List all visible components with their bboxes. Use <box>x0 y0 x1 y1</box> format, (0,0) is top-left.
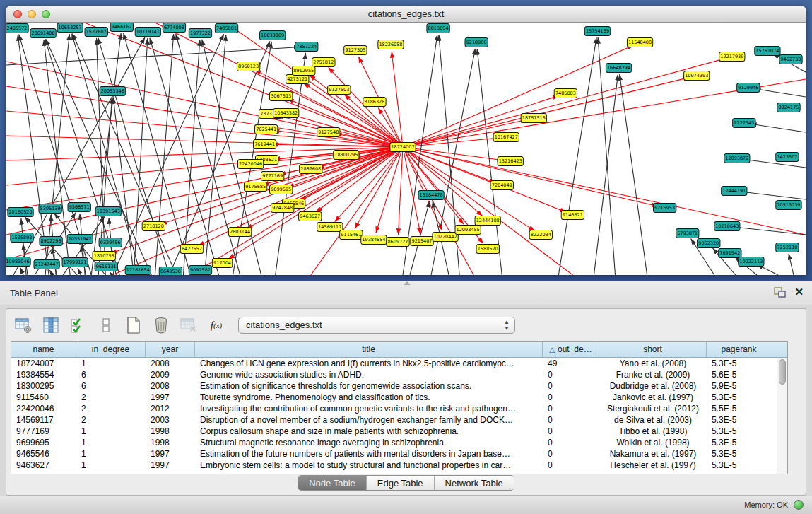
graph-node[interactable]: 7691542 <box>719 249 741 258</box>
graph-node[interactable]: 20160520 <box>8 208 33 217</box>
close-panel-icon[interactable]: ✕ <box>794 286 804 298</box>
table-select-dropdown[interactable]: citations_edges.txt ▲▼ <box>238 317 515 334</box>
graph-node[interactable]: 8902296 <box>40 237 62 246</box>
citation-edge-black[interactable] <box>558 37 596 275</box>
graph-node[interactable]: 12444191 <box>722 187 747 196</box>
float-panel-icon[interactable] <box>774 287 787 298</box>
graph-node[interactable]: 9619131 <box>95 262 117 271</box>
graph-node[interactable]: 10167427 <box>493 133 519 142</box>
graph-node[interactable]: 10983046 <box>6 257 30 267</box>
graph-node[interactable]: 9218986 <box>465 38 488 47</box>
citation-edge-black[interactable] <box>49 270 52 275</box>
graph-node[interactable]: 9215407 <box>411 237 433 246</box>
graph-node[interactable]: 7625441 <box>254 125 277 134</box>
graph-node[interactable]: 10391543 <box>95 207 121 216</box>
citation-edge-black[interactable] <box>594 74 618 275</box>
graph-node[interactable]: 18300295 <box>334 151 359 160</box>
graph-node[interactable]: 8813054 <box>427 24 449 33</box>
column-header-in_degree[interactable]: in_degree <box>76 342 146 357</box>
citation-edge-black[interactable] <box>124 33 191 275</box>
graph-node[interactable]: 1423502 <box>776 153 799 162</box>
table-panel-header[interactable]: Table Panel ✕ <box>0 281 812 305</box>
table-row[interactable]: 1938455462009Genome-wide association stu… <box>11 369 787 380</box>
graph-node[interactable]: 7252110 <box>776 243 799 252</box>
graph-node[interactable]: 10653257 <box>57 23 83 33</box>
graph-node[interactable]: 9366571 <box>68 203 90 212</box>
graph-node[interactable]: 6793871 <box>676 229 699 238</box>
citation-edge-black[interactable] <box>734 227 806 235</box>
tab-edge-table[interactable]: Edge Table <box>367 476 435 490</box>
graph-node[interactable]: 10220442 <box>433 233 458 242</box>
graph-node[interactable]: 9466162 <box>110 23 133 32</box>
graph-node[interactable]: 12093455 <box>455 226 481 235</box>
graph-node[interactable]: 18226058 <box>378 40 404 49</box>
graph-node[interactable]: 16033809 <box>260 31 286 40</box>
graph-node[interactable]: 15754189 <box>584 27 610 36</box>
graph-node[interactable]: 1810755 <box>93 252 115 261</box>
citation-edge-black[interactable] <box>751 124 806 132</box>
citation-edge-red[interactable] <box>403 77 690 147</box>
graph-node[interactable]: 20691406 <box>30 29 56 38</box>
scrollbar-thumb[interactable] <box>779 359 786 385</box>
table-row[interactable]: 1830029562008Estimation of significance … <box>11 380 787 392</box>
panel-divider-grip-icon[interactable] <box>404 281 411 285</box>
graph-node[interactable]: 7485083 <box>554 89 577 98</box>
graph-node[interactable]: 917004 <box>212 259 232 268</box>
graph-node[interactable]: 3067513 <box>270 92 293 101</box>
graph-node[interactable]: 1588520 <box>476 245 499 254</box>
column-header-title[interactable]: title <box>195 342 543 357</box>
graph-node[interactable]: 9777169 <box>261 172 283 181</box>
column-header-pagerank[interactable]: pagerank <box>707 342 771 357</box>
citation-edge-red[interactable] <box>226 23 403 147</box>
graph-node[interactable]: 12161654 <box>125 266 151 275</box>
citation-edge-black[interactable] <box>78 268 81 275</box>
row-height-icon[interactable] <box>96 315 116 335</box>
graph-node[interactable]: 8427552 <box>180 245 203 254</box>
graph-node[interactable]: 8643536 <box>159 267 182 276</box>
column-header-out_de[interactable]: △out_de… <box>543 342 599 357</box>
graph-node[interactable]: 9146821 <box>561 211 584 220</box>
graph-node[interactable]: 2751812 <box>312 58 335 67</box>
graph-node[interactable]: 10543382 <box>273 109 299 118</box>
citation-edge-red[interactable] <box>392 52 403 147</box>
delete-entries-trash-icon[interactable] <box>151 315 171 335</box>
graph-node[interactable]: 2405572 <box>6 24 28 33</box>
graph-node[interactable]: 9699695 <box>270 185 293 194</box>
graph-node[interactable]: 9463627 <box>299 212 322 221</box>
function-builder-icon[interactable]: f(x) <box>206 315 226 335</box>
graph-node[interactable]: 10513039 <box>776 201 801 210</box>
graph-node[interactable]: 7204049 <box>490 181 513 190</box>
graph-node[interactable]: 22420046 <box>237 160 263 169</box>
graph-node[interactable]: 11548408 <box>627 38 652 47</box>
graph-node[interactable]: 17999121 <box>62 258 88 267</box>
table-row[interactable]: 2242004622012Investigating the contribut… <box>11 403 787 414</box>
graph-node[interactable]: 9175685 <box>244 182 266 192</box>
graph-node[interactable]: 9062320 <box>698 239 720 248</box>
graph-node[interactable]: 21247447 <box>34 260 59 269</box>
graph-node[interactable]: 1535893 <box>11 233 33 243</box>
graph-node[interactable]: 12093872 <box>724 154 750 163</box>
graph-node[interactable]: 15184478 <box>418 191 444 200</box>
window-titlebar[interactable]: citations_edges.txt <box>6 6 806 23</box>
graph-node[interactable]: 16648794 <box>606 64 631 73</box>
graph-node[interactable]: 8960123 <box>237 62 259 71</box>
citation-edge-black[interactable] <box>620 74 647 275</box>
graph-node[interactable]: 12217939 <box>719 52 745 62</box>
graph-node[interactable]: 14569117 <box>317 223 343 232</box>
minimize-window-icon[interactable] <box>28 10 36 18</box>
graph-node[interactable]: 19384554 <box>361 235 387 245</box>
citation-edge-black[interactable] <box>155 34 173 275</box>
graph-node[interactable]: 8824175 <box>777 103 800 112</box>
graph-node[interactable]: 1527602 <box>85 28 107 37</box>
graph-node[interactable]: 10974393 <box>684 71 710 81</box>
graph-node[interactable]: 9127548 <box>317 128 340 137</box>
citation-edge-red[interactable] <box>403 147 473 275</box>
table-row[interactable]: 977716911998Corpus callosum shape and si… <box>11 426 787 437</box>
column-header-year[interactable]: year <box>146 342 195 357</box>
graph-node[interactable]: 6774008 <box>163 23 185 33</box>
table-row[interactable]: 911546021997Tourette syndrome. Phenomeno… <box>11 392 787 403</box>
table-row[interactable]: 1456911722003Disruption of a novel membe… <box>11 414 787 426</box>
graph-node[interactable]: 9092582 <box>189 266 211 275</box>
graph-node[interactable]: 2803144 <box>228 228 251 237</box>
citation-edge-black[interactable] <box>755 88 806 97</box>
